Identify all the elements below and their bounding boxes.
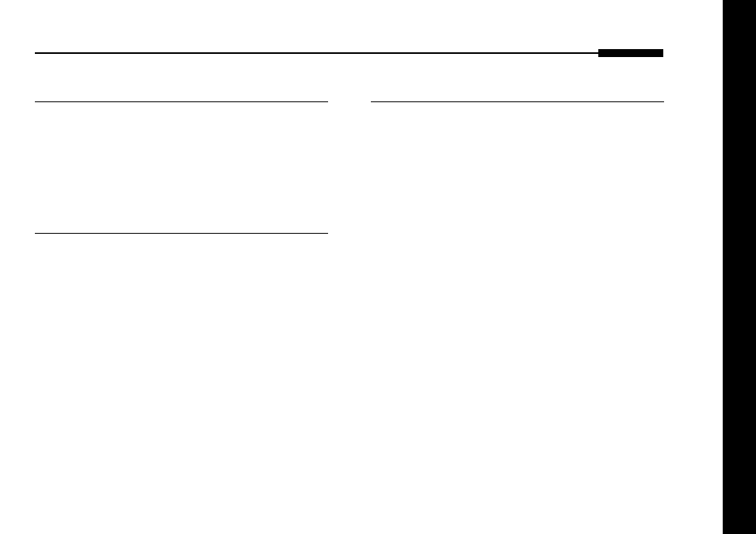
right-margin-strip [723,0,756,534]
left-column-rule-1 [35,101,328,102]
right-column-rule-1 [371,101,664,102]
document-page [0,0,756,534]
section-tab [598,49,663,57]
top-horizontal-rule [35,52,663,54]
left-column-rule-2 [35,233,328,234]
